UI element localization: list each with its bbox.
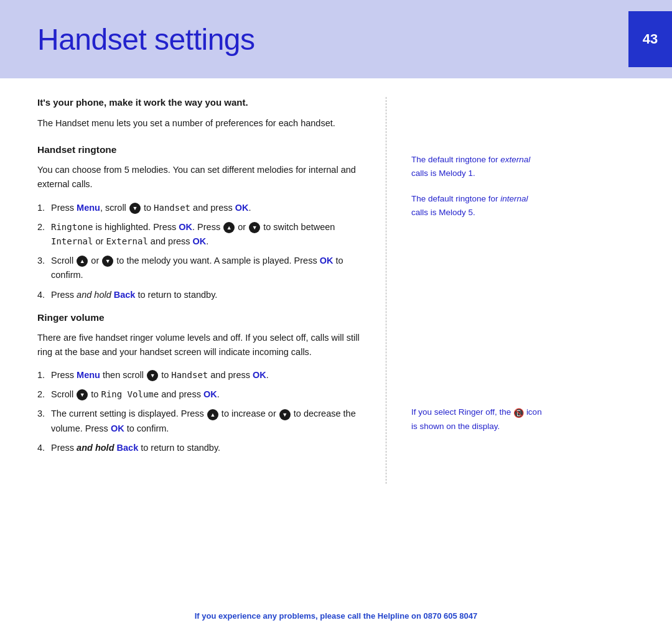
scroll-down-icon-4: ▼: [147, 370, 158, 381]
ok-keyword-5: OK: [253, 370, 266, 380]
scroll-up-icon-3: ▲: [207, 409, 218, 420]
note-external-line1: The default ringtone for: [411, 155, 500, 164]
right-column: The default ringtone for external calls …: [386, 97, 672, 484]
ok-keyword-2: OK: [179, 222, 192, 232]
scroll-down-icon-6: ▼: [279, 409, 291, 420]
main-content: It's your phone, make it work the way yo…: [0, 78, 672, 484]
note-ringer-line1: If you select Ringer off, the: [411, 407, 511, 417]
note-ringer-line3: is shown on the display.: [411, 422, 500, 431]
external-mono: External: [106, 236, 147, 246]
note-ringer-line2: icon: [526, 407, 542, 417]
footer-text: If you experience any problems, please c…: [195, 611, 478, 621]
ringtone-mono: Ringtone: [51, 222, 93, 232]
ok-keyword-4: OK: [320, 256, 334, 266]
scroll-down-icon-3: ▼: [102, 256, 113, 267]
ringtone-steps: 1. Press Menu, scroll ▼ to Handset and p…: [37, 201, 367, 302]
ringer-off-icon: 📵: [513, 406, 524, 420]
section-ringer-heading: Ringer volume: [37, 312, 367, 323]
section-ringer-volume: Ringer volume There are five handset rin…: [37, 312, 367, 455]
section-ringer-description: There are five handset ringer volume lev…: [37, 331, 367, 359]
scroll-down-icon-5: ▼: [77, 389, 88, 400]
back-keyword-1: Back: [114, 290, 136, 300]
ok-keyword-6: OK: [203, 389, 217, 399]
ringer-step-2: 2. Scroll ▼ to Ring Volume and press OK.: [37, 387, 367, 402]
footer: If you experience any problems, please c…: [0, 611, 672, 621]
section-ringtone-description: You can choose from 5 melodies. You can …: [37, 163, 367, 192]
ok-keyword-7: OK: [111, 423, 124, 433]
ringer-step-3: 3. The current setting is displayed. Pre…: [37, 407, 367, 435]
menu-keyword-2: Menu: [77, 370, 100, 380]
note-external-line2: calls is Melody 1.: [411, 169, 475, 178]
and-hold-italic-1: and hold: [77, 290, 111, 300]
note-internal-line1: The default ringtone for: [411, 194, 500, 203]
left-column: It's your phone, make it work the way yo…: [0, 97, 386, 484]
scroll-up-icon-1: ▲: [223, 222, 235, 233]
note-internal: The default ringtone for internal calls …: [411, 192, 653, 219]
ringtone-step-2: 2. Ringtone is highlighted. Press OK. Pr…: [37, 220, 367, 249]
scroll-up-icon-2: ▲: [77, 256, 88, 267]
ok-keyword-1: OK: [235, 203, 249, 213]
tagline: It's your phone, make it work the way yo…: [37, 97, 367, 108]
section-ringtone: Handset ringtone You can choose from 5 m…: [37, 144, 367, 302]
note-external: The default ringtone for external calls …: [411, 153, 653, 180]
note-ringer: If you select Ringer off, the 📵 icon is …: [411, 405, 653, 433]
page-number: 43: [628, 11, 672, 67]
intro-text: The Handset menu lets you set a number o…: [37, 116, 367, 131]
scroll-down-icon-1: ▼: [129, 203, 141, 214]
note-internal-line2: calls is Melody 5.: [411, 208, 475, 217]
and-hold-bolditalic: and hold: [77, 443, 114, 453]
page-title: Handset settings: [37, 22, 255, 57]
ringtone-step-1: 1. Press Menu, scroll ▼ to Handset and p…: [37, 201, 367, 215]
scroll-down-icon-2: ▼: [249, 222, 260, 233]
section-ringtone-heading: Handset ringtone: [37, 144, 367, 155]
menu-keyword-1: Menu: [77, 203, 100, 213]
handset-mono-2: Handset: [171, 370, 208, 380]
ringtone-step-3: 3. Scroll ▲ or ▼ to the melody you want.…: [37, 254, 367, 282]
ok-keyword-3: OK: [193, 236, 207, 246]
ringtone-step-4: 4. Press and hold Back to return to stan…: [37, 288, 367, 302]
note-internal-italic: internal: [500, 194, 528, 203]
ringer-step-1: 1. Press Menu then scroll ▼ to Handset a…: [37, 368, 367, 382]
ringer-steps: 1. Press Menu then scroll ▼ to Handset a…: [37, 368, 367, 455]
back-keyword-2: Back: [117, 443, 139, 453]
ring-volume-mono: Ring Volume: [101, 389, 159, 399]
handset-mono-1: Handset: [154, 203, 190, 213]
ringer-step-4: 4. Press and hold Back to return to stan…: [37, 441, 367, 455]
page-header: Handset settings 43: [0, 0, 672, 78]
internal-mono: Internal: [51, 236, 93, 246]
note-external-italic: external: [500, 155, 530, 164]
